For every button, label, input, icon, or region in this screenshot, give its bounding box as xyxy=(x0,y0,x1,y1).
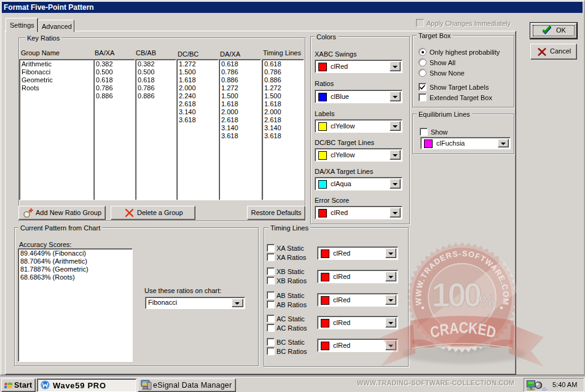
svg-text:100: 100 xyxy=(431,275,481,314)
svg-text:%: % xyxy=(479,291,496,311)
